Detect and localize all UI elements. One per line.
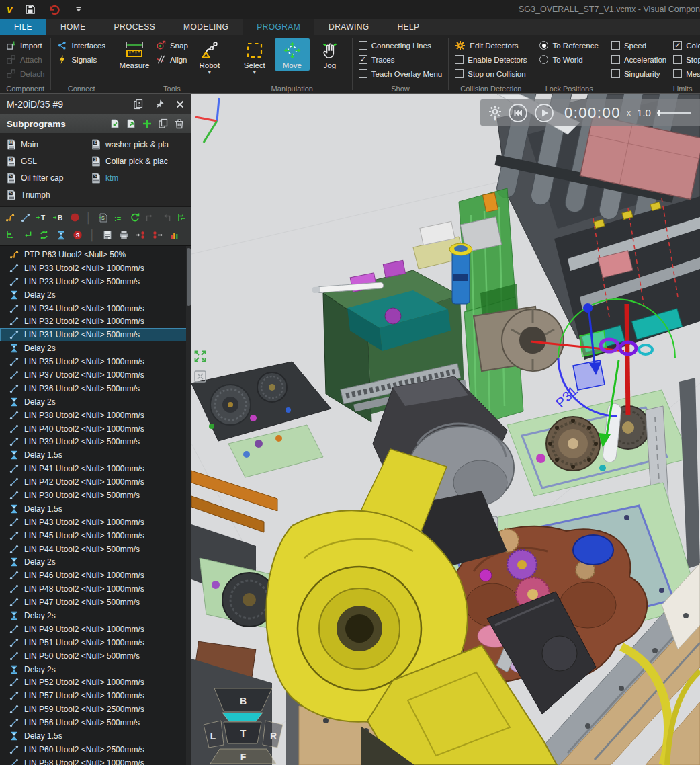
button-measure[interactable]: Measure — [117, 38, 152, 71]
add-program-icon[interactable] — [142, 118, 152, 129]
statement-row[interactable]: LIN P58 Utool2 <Null> 1000mm/s — [0, 756, 191, 765]
subprogram-gsl[interactable]: SGSL — [1, 154, 86, 169]
statement-row[interactable]: LIN P59 Utool2 <Null> 2500mm/s — [0, 702, 191, 716]
checkbox-enable-detectors[interactable]: Enable Detectors — [453, 52, 528, 67]
statement-row[interactable]: LIN P39 Utool2 <Null> 500mm/s — [0, 435, 191, 448]
button-import[interactable]: Import — [5, 38, 46, 52]
statement-row[interactable]: Delay 2s — [0, 288, 191, 302]
button-interfaces[interactable]: Interfaces — [56, 38, 107, 52]
checkbox-singularity[interactable]: Singularity — [610, 67, 668, 81]
statement-row[interactable]: LIN P38 Utool2 <Null> 1000mm/s — [0, 409, 191, 422]
tab-help[interactable]: HELP — [383, 19, 433, 35]
tab-modeling[interactable]: MODELING — [169, 19, 243, 35]
tab-program[interactable]: PROGRAM — [243, 19, 314, 35]
statement-row[interactable]: LIN P33 Utool2 <Null> 1000mm/s — [0, 261, 191, 275]
button-select[interactable]: Select▾ — [237, 38, 272, 75]
play-simulation-icon[interactable] — [534, 103, 554, 123]
statement-row[interactable]: Delay 2s — [0, 341, 191, 355]
navcube-face-top[interactable]: T — [240, 728, 247, 739]
delay-icon[interactable] — [55, 229, 67, 241]
expand-viewport-icon[interactable] — [193, 350, 207, 363]
statement-row[interactable]: LIN P60 Utool2 <Null> 2500mm/s — [0, 743, 191, 756]
comment-icon[interactable] — [101, 229, 113, 241]
statement-row[interactable]: LIN P42 Utool2 <Null> 1000mm/s — [0, 475, 191, 489]
statement-scrollbar[interactable] — [186, 246, 191, 765]
close-icon[interactable] — [175, 99, 185, 109]
statement-row[interactable]: Delay 1.5s — [0, 448, 191, 462]
statement-row[interactable]: LIN P57 Utool2 <Null> 1000mm/s — [0, 689, 191, 702]
statement-row[interactable]: LIN P35 Utool2 <Null> 1000mm/s — [0, 355, 191, 368]
teach-T-icon[interactable]: T — [36, 212, 47, 223]
branch-icon[interactable] — [5, 229, 16, 241]
statement-row[interactable]: LIN P44 Utool2 <Null> 500mm/s — [0, 542, 191, 556]
button-edit-detectors[interactable]: Edit Detectors — [453, 38, 528, 52]
statement-row[interactable]: LIN P46 Utool2 <Null> 1000mm/s — [0, 569, 191, 582]
subprogram-ktm[interactable]: Sktm — [86, 171, 190, 186]
print-icon[interactable] — [118, 229, 130, 241]
checkbox-teach-overlay-menu[interactable]: Teach Overlay Menu — [357, 67, 443, 81]
statement-row[interactable]: LIN P32 Utool2 <Null> 1000mm/s — [0, 315, 191, 328]
statement-row[interactable]: LIN P40 Utool2 <Null> 1000mm/s — [0, 422, 191, 436]
statement-row[interactable]: LIN P51 Utool2 <Null> 1000mm/s — [0, 636, 191, 649]
button-move[interactable]: Move — [275, 38, 310, 71]
statement-row[interactable]: LIN P50 Utool2 <Null> 500mm/s — [0, 649, 191, 663]
statement-row[interactable]: Delay 2s — [0, 663, 191, 676]
statement-row[interactable]: Delay 2s — [0, 395, 191, 409]
ptp-motion-icon[interactable] — [5, 212, 15, 223]
checkbox-traces[interactable]: ✓Traces — [357, 52, 443, 67]
checkbox-connecting-lines[interactable]: Connecting Lines — [357, 38, 443, 52]
button-snap[interactable]: Snap — [155, 38, 189, 52]
tab-home[interactable]: HOME — [46, 19, 100, 35]
while-loop-icon[interactable] — [130, 212, 140, 223]
wait-input-icon[interactable] — [152, 229, 163, 241]
subprogram-main[interactable]: MMain — [1, 137, 86, 152]
undo-icon[interactable] — [48, 3, 61, 16]
statement-row[interactable]: LIN P45 Utool2 <Null> 1000mm/s — [0, 529, 191, 542]
statement-row[interactable]: Delay 1.5s — [0, 729, 191, 743]
statement-row[interactable]: LIN P43 Utool2 <Null> 1000mm/s — [0, 516, 191, 529]
import-program-icon[interactable] — [110, 118, 120, 129]
export-program-icon[interactable] — [126, 118, 136, 129]
view-navigation-cube[interactable]: B L T R F — [201, 684, 286, 765]
quick-access-options-icon[interactable] — [72, 3, 85, 16]
button-jog[interactable]: Jog — [312, 38, 347, 71]
statement-row[interactable]: LIN P23 Utool2 <Null> 500mm/s — [0, 275, 191, 288]
statement-row[interactable]: LIN P36 Utool2 <Null> 500mm/s — [0, 382, 191, 395]
statement-row[interactable]: Delay 2s — [0, 555, 191, 569]
button-robot[interactable]: Robot▾ — [192, 38, 227, 75]
fit-view-icon[interactable] — [193, 370, 207, 383]
navcube-face-right[interactable]: R — [270, 731, 277, 741]
button-align[interactable]: Align — [155, 52, 189, 67]
statistics-icon[interactable] — [169, 229, 180, 241]
statement-row[interactable]: LIN P48 Utool2 <Null> 1000mm/s — [0, 582, 191, 596]
navcube-face-back[interactable]: B — [240, 696, 247, 707]
if-condition-icon[interactable] — [145, 212, 155, 223]
statement-row[interactable]: LIN P52 Utool2 <Null> 1000mm/s — [0, 676, 191, 690]
statement-row[interactable]: LIN P56 Utool2 <Null> 500mm/s — [0, 716, 191, 729]
lin-motion-icon[interactable] — [20, 212, 30, 223]
statement-row[interactable]: LIN P49 Utool2 <Null> 1000mm/s — [0, 622, 191, 636]
call-subprogram-icon[interactable]: S — [98, 212, 108, 223]
statement-row[interactable]: Delay 1.5s — [0, 502, 191, 516]
panel-pages-icon[interactable] — [133, 99, 144, 110]
statement-row[interactable]: LIN P30 Utool2 <Null> 500mm/s — [0, 489, 191, 502]
subprogram-washer-pick-pla[interactable]: Swasher pick & pla — [86, 137, 190, 152]
copy-program-icon[interactable] — [158, 118, 169, 129]
subprogram-collar-pick-plac[interactable]: SCollar pick & plac — [86, 154, 190, 169]
return-icon[interactable] — [21, 229, 33, 241]
checkbox-stop-at-limits[interactable]: Stop at Limits — [672, 52, 700, 67]
pin-icon[interactable] — [155, 99, 165, 109]
set-output-icon[interactable] — [135, 229, 146, 241]
assign-variable-icon[interactable]: := — [114, 212, 124, 223]
save-icon[interactable] — [24, 3, 37, 16]
navcube-face-left[interactable]: L — [210, 731, 216, 741]
navcube-face-front[interactable]: F — [240, 752, 247, 762]
statement-row[interactable]: LIN P31 Utool2 <Null> 500mm/s — [0, 328, 191, 341]
halt-icon[interactable]: S — [72, 229, 83, 241]
3d-viewport[interactable]: P31 ▾ 0:00:00 x 1.0 B L T R F — [191, 94, 700, 765]
statement-row[interactable]: LIN P34 Utool2 <Null> 1000mm/s — [0, 302, 191, 315]
statement-row[interactable]: Delay 2s — [0, 609, 191, 622]
tab-file[interactable]: FILE — [0, 19, 46, 35]
checkbox-message-panel-out[interactable]: Message Panel Out — [672, 67, 700, 81]
statement-row[interactable]: LIN P47 Utool2 <Null> 500mm/s — [0, 596, 191, 609]
